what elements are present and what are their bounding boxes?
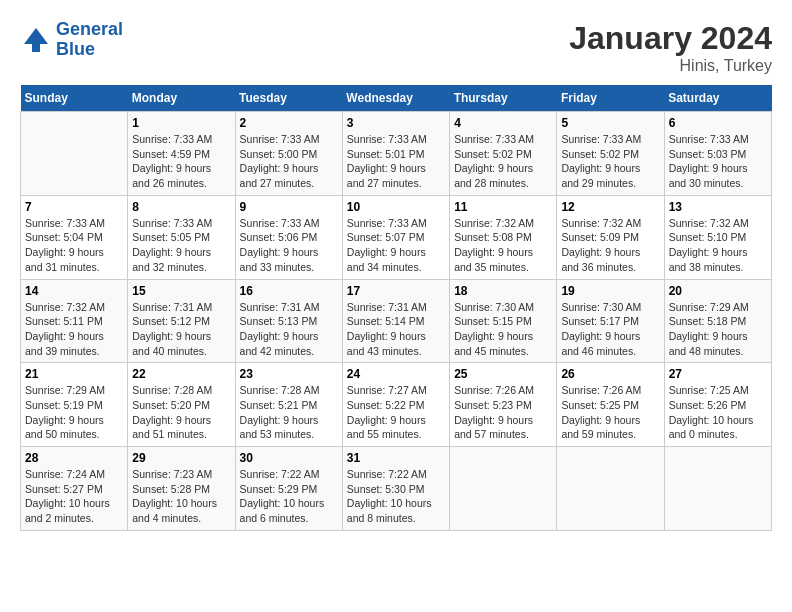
day-info: Sunrise: 7:33 AM Sunset: 5:03 PM Dayligh…	[669, 132, 767, 191]
day-info: Sunrise: 7:33 AM Sunset: 5:06 PM Dayligh…	[240, 216, 338, 275]
page-header: General Blue January 2024 Hinis, Turkey	[20, 20, 772, 75]
page-subtitle: Hinis, Turkey	[569, 57, 772, 75]
day-cell: 27Sunrise: 7:25 AM Sunset: 5:26 PM Dayli…	[664, 363, 771, 447]
header-row: SundayMondayTuesdayWednesdayThursdayFrid…	[21, 85, 772, 112]
day-cell: 2Sunrise: 7:33 AM Sunset: 5:00 PM Daylig…	[235, 112, 342, 196]
day-number: 30	[240, 451, 338, 465]
week-row-1: 1Sunrise: 7:33 AM Sunset: 4:59 PM Daylig…	[21, 112, 772, 196]
day-info: Sunrise: 7:32 AM Sunset: 5:11 PM Dayligh…	[25, 300, 123, 359]
day-cell: 14Sunrise: 7:32 AM Sunset: 5:11 PM Dayli…	[21, 279, 128, 363]
day-info: Sunrise: 7:26 AM Sunset: 5:23 PM Dayligh…	[454, 383, 552, 442]
day-number: 15	[132, 284, 230, 298]
day-cell: 22Sunrise: 7:28 AM Sunset: 5:20 PM Dayli…	[128, 363, 235, 447]
day-cell: 10Sunrise: 7:33 AM Sunset: 5:07 PM Dayli…	[342, 195, 449, 279]
day-cell: 19Sunrise: 7:30 AM Sunset: 5:17 PM Dayli…	[557, 279, 664, 363]
calendar-body: 1Sunrise: 7:33 AM Sunset: 4:59 PM Daylig…	[21, 112, 772, 531]
day-info: Sunrise: 7:31 AM Sunset: 5:13 PM Dayligh…	[240, 300, 338, 359]
calendar-table: SundayMondayTuesdayWednesdayThursdayFrid…	[20, 85, 772, 531]
day-cell	[450, 447, 557, 531]
day-cell: 12Sunrise: 7:32 AM Sunset: 5:09 PM Dayli…	[557, 195, 664, 279]
day-number: 17	[347, 284, 445, 298]
day-cell: 20Sunrise: 7:29 AM Sunset: 5:18 PM Dayli…	[664, 279, 771, 363]
logo: General Blue	[20, 20, 123, 60]
day-cell: 8Sunrise: 7:33 AM Sunset: 5:05 PM Daylig…	[128, 195, 235, 279]
day-cell: 15Sunrise: 7:31 AM Sunset: 5:12 PM Dayli…	[128, 279, 235, 363]
day-cell: 16Sunrise: 7:31 AM Sunset: 5:13 PM Dayli…	[235, 279, 342, 363]
day-info: Sunrise: 7:32 AM Sunset: 5:08 PM Dayligh…	[454, 216, 552, 275]
day-number: 11	[454, 200, 552, 214]
day-number: 9	[240, 200, 338, 214]
day-info: Sunrise: 7:29 AM Sunset: 5:19 PM Dayligh…	[25, 383, 123, 442]
day-cell: 24Sunrise: 7:27 AM Sunset: 5:22 PM Dayli…	[342, 363, 449, 447]
day-info: Sunrise: 7:31 AM Sunset: 5:12 PM Dayligh…	[132, 300, 230, 359]
day-info: Sunrise: 7:22 AM Sunset: 5:30 PM Dayligh…	[347, 467, 445, 526]
title-block: January 2024 Hinis, Turkey	[569, 20, 772, 75]
day-info: Sunrise: 7:32 AM Sunset: 5:10 PM Dayligh…	[669, 216, 767, 275]
day-number: 3	[347, 116, 445, 130]
day-cell: 21Sunrise: 7:29 AM Sunset: 5:19 PM Dayli…	[21, 363, 128, 447]
day-number: 4	[454, 116, 552, 130]
day-number: 25	[454, 367, 552, 381]
day-info: Sunrise: 7:33 AM Sunset: 5:07 PM Dayligh…	[347, 216, 445, 275]
day-number: 2	[240, 116, 338, 130]
day-cell: 26Sunrise: 7:26 AM Sunset: 5:25 PM Dayli…	[557, 363, 664, 447]
day-cell: 13Sunrise: 7:32 AM Sunset: 5:10 PM Dayli…	[664, 195, 771, 279]
column-header-friday: Friday	[557, 85, 664, 112]
day-number: 7	[25, 200, 123, 214]
day-cell: 6Sunrise: 7:33 AM Sunset: 5:03 PM Daylig…	[664, 112, 771, 196]
day-cell: 31Sunrise: 7:22 AM Sunset: 5:30 PM Dayli…	[342, 447, 449, 531]
day-info: Sunrise: 7:30 AM Sunset: 5:15 PM Dayligh…	[454, 300, 552, 359]
day-number: 18	[454, 284, 552, 298]
day-cell: 11Sunrise: 7:32 AM Sunset: 5:08 PM Dayli…	[450, 195, 557, 279]
day-cell: 18Sunrise: 7:30 AM Sunset: 5:15 PM Dayli…	[450, 279, 557, 363]
day-cell	[21, 112, 128, 196]
day-number: 14	[25, 284, 123, 298]
day-info: Sunrise: 7:24 AM Sunset: 5:27 PM Dayligh…	[25, 467, 123, 526]
day-info: Sunrise: 7:33 AM Sunset: 4:59 PM Dayligh…	[132, 132, 230, 191]
day-info: Sunrise: 7:33 AM Sunset: 5:05 PM Dayligh…	[132, 216, 230, 275]
logo-text: General Blue	[56, 20, 123, 60]
day-cell: 1Sunrise: 7:33 AM Sunset: 4:59 PM Daylig…	[128, 112, 235, 196]
day-info: Sunrise: 7:28 AM Sunset: 5:21 PM Dayligh…	[240, 383, 338, 442]
week-row-2: 7Sunrise: 7:33 AM Sunset: 5:04 PM Daylig…	[21, 195, 772, 279]
day-cell: 5Sunrise: 7:33 AM Sunset: 5:02 PM Daylig…	[557, 112, 664, 196]
day-info: Sunrise: 7:27 AM Sunset: 5:22 PM Dayligh…	[347, 383, 445, 442]
day-number: 31	[347, 451, 445, 465]
day-cell: 4Sunrise: 7:33 AM Sunset: 5:02 PM Daylig…	[450, 112, 557, 196]
day-info: Sunrise: 7:26 AM Sunset: 5:25 PM Dayligh…	[561, 383, 659, 442]
day-cell: 30Sunrise: 7:22 AM Sunset: 5:29 PM Dayli…	[235, 447, 342, 531]
day-cell	[664, 447, 771, 531]
day-cell: 28Sunrise: 7:24 AM Sunset: 5:27 PM Dayli…	[21, 447, 128, 531]
day-info: Sunrise: 7:33 AM Sunset: 5:01 PM Dayligh…	[347, 132, 445, 191]
day-cell: 3Sunrise: 7:33 AM Sunset: 5:01 PM Daylig…	[342, 112, 449, 196]
day-info: Sunrise: 7:31 AM Sunset: 5:14 PM Dayligh…	[347, 300, 445, 359]
week-row-4: 21Sunrise: 7:29 AM Sunset: 5:19 PM Dayli…	[21, 363, 772, 447]
page-title: January 2024	[569, 20, 772, 57]
logo-line1: General	[56, 19, 123, 39]
day-info: Sunrise: 7:33 AM Sunset: 5:02 PM Dayligh…	[561, 132, 659, 191]
day-info: Sunrise: 7:33 AM Sunset: 5:00 PM Dayligh…	[240, 132, 338, 191]
day-number: 26	[561, 367, 659, 381]
day-info: Sunrise: 7:25 AM Sunset: 5:26 PM Dayligh…	[669, 383, 767, 442]
day-number: 24	[347, 367, 445, 381]
day-info: Sunrise: 7:23 AM Sunset: 5:28 PM Dayligh…	[132, 467, 230, 526]
day-cell: 17Sunrise: 7:31 AM Sunset: 5:14 PM Dayli…	[342, 279, 449, 363]
day-info: Sunrise: 7:33 AM Sunset: 5:02 PM Dayligh…	[454, 132, 552, 191]
day-number: 16	[240, 284, 338, 298]
day-cell	[557, 447, 664, 531]
day-cell: 25Sunrise: 7:26 AM Sunset: 5:23 PM Dayli…	[450, 363, 557, 447]
logo-icon	[20, 24, 52, 56]
day-cell: 9Sunrise: 7:33 AM Sunset: 5:06 PM Daylig…	[235, 195, 342, 279]
calendar-header: SundayMondayTuesdayWednesdayThursdayFrid…	[21, 85, 772, 112]
column-header-tuesday: Tuesday	[235, 85, 342, 112]
logo-line2: Blue	[56, 39, 95, 59]
week-row-3: 14Sunrise: 7:32 AM Sunset: 5:11 PM Dayli…	[21, 279, 772, 363]
svg-marker-0	[24, 28, 48, 52]
week-row-5: 28Sunrise: 7:24 AM Sunset: 5:27 PM Dayli…	[21, 447, 772, 531]
day-number: 6	[669, 116, 767, 130]
day-info: Sunrise: 7:29 AM Sunset: 5:18 PM Dayligh…	[669, 300, 767, 359]
day-number: 19	[561, 284, 659, 298]
day-number: 20	[669, 284, 767, 298]
day-number: 22	[132, 367, 230, 381]
day-number: 10	[347, 200, 445, 214]
